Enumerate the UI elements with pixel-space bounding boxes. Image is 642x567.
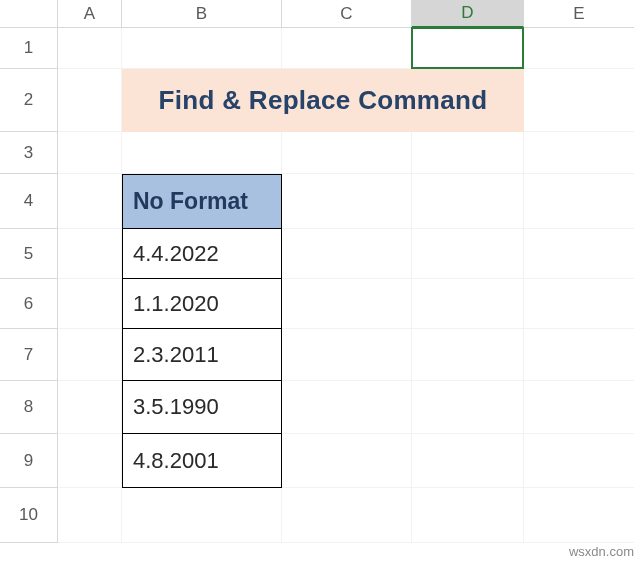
cell-B3[interactable] xyxy=(122,132,282,174)
cell-E6[interactable] xyxy=(524,279,634,329)
cell-B10[interactable] xyxy=(122,488,282,543)
cell-E2[interactable] xyxy=(524,69,634,132)
table-row[interactable]: 2.3.2011 xyxy=(122,329,282,381)
cell-C1[interactable] xyxy=(282,28,412,69)
cell-C3[interactable] xyxy=(282,132,412,174)
cell-C10[interactable] xyxy=(282,488,412,543)
cell-C5[interactable] xyxy=(282,229,412,279)
cell-A6[interactable] xyxy=(58,279,122,329)
active-cell-ring xyxy=(411,27,524,69)
row-header-10[interactable]: 10 xyxy=(0,488,58,543)
cell-E3[interactable] xyxy=(524,132,634,174)
column-header-E[interactable]: E xyxy=(524,0,634,28)
cell-C9[interactable] xyxy=(282,434,412,488)
cell-A4[interactable] xyxy=(58,174,122,229)
column-header-D[interactable]: D xyxy=(412,0,524,28)
cell-C4[interactable] xyxy=(282,174,412,229)
watermark-text: wsxdn.com xyxy=(569,544,634,559)
column-header-C[interactable]: C xyxy=(282,0,412,28)
cell-A2[interactable] xyxy=(58,69,122,132)
cell-C6[interactable] xyxy=(282,279,412,329)
cell-D7[interactable] xyxy=(412,329,524,381)
cell-E1[interactable] xyxy=(524,28,634,69)
cell-D8[interactable] xyxy=(412,381,524,434)
page-title[interactable]: Find & Replace Command xyxy=(122,69,524,132)
cell-A8[interactable] xyxy=(58,381,122,434)
row-header-3[interactable]: 3 xyxy=(0,132,58,174)
cell-A5[interactable] xyxy=(58,229,122,279)
cell-D6[interactable] xyxy=(412,279,524,329)
cell-D3[interactable] xyxy=(412,132,524,174)
cell-D4[interactable] xyxy=(412,174,524,229)
cell-E9[interactable] xyxy=(524,434,634,488)
cell-E5[interactable] xyxy=(524,229,634,279)
row-header-7[interactable]: 7 xyxy=(0,329,58,381)
table-row[interactable]: 4.4.2022 xyxy=(122,229,282,279)
row-header-1[interactable]: 1 xyxy=(0,28,58,69)
column-header-A[interactable]: A xyxy=(58,0,122,28)
cell-A7[interactable] xyxy=(58,329,122,381)
row-header-2[interactable]: 2 xyxy=(0,69,58,132)
spreadsheet-grid[interactable]: A B C D E 1 2 Find & Replace Command 3 4… xyxy=(0,0,642,543)
cell-A1[interactable] xyxy=(58,28,122,69)
row-header-8[interactable]: 8 xyxy=(0,381,58,434)
cell-D5[interactable] xyxy=(412,229,524,279)
row-header-4[interactable]: 4 xyxy=(0,174,58,229)
cell-A3[interactable] xyxy=(58,132,122,174)
cell-D9[interactable] xyxy=(412,434,524,488)
cell-A9[interactable] xyxy=(58,434,122,488)
cell-D10[interactable] xyxy=(412,488,524,543)
cell-E8[interactable] xyxy=(524,381,634,434)
cell-C8[interactable] xyxy=(282,381,412,434)
table-row[interactable]: 1.1.2020 xyxy=(122,279,282,329)
cell-E4[interactable] xyxy=(524,174,634,229)
select-all-corner[interactable] xyxy=(0,0,58,28)
table-row[interactable]: 4.8.2001 xyxy=(122,434,282,488)
row-header-9[interactable]: 9 xyxy=(0,434,58,488)
cell-C7[interactable] xyxy=(282,329,412,381)
table-header-cell[interactable]: No Format xyxy=(122,174,282,229)
cell-A10[interactable] xyxy=(58,488,122,543)
row-header-5[interactable]: 5 xyxy=(0,229,58,279)
cell-E7[interactable] xyxy=(524,329,634,381)
cell-B1[interactable] xyxy=(122,28,282,69)
cell-E10[interactable] xyxy=(524,488,634,543)
table-row[interactable]: 3.5.1990 xyxy=(122,381,282,434)
column-header-B[interactable]: B xyxy=(122,0,282,28)
row-header-6[interactable]: 6 xyxy=(0,279,58,329)
cell-D1[interactable] xyxy=(412,28,524,69)
